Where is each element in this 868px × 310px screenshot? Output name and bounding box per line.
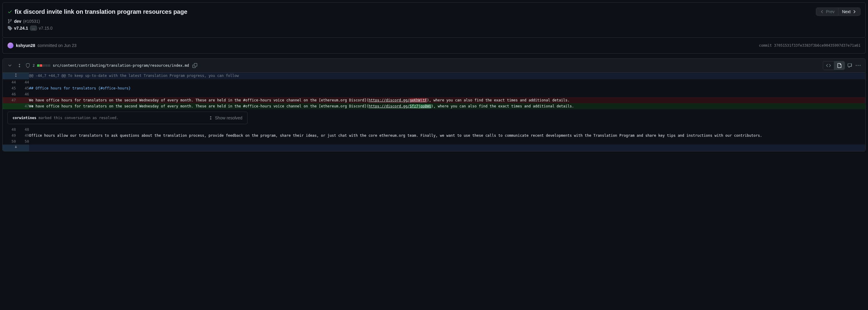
author-name[interactable]: kshyun28	[16, 43, 35, 48]
tag-icon	[7, 26, 12, 31]
resolved-user[interactable]: corwintines	[12, 116, 36, 120]
resolved-text: marked this conversation as resolved.	[36, 116, 119, 120]
expand-row[interactable]	[3, 145, 865, 151]
avatar[interactable]	[7, 42, 13, 49]
source-view-button[interactable]	[823, 61, 834, 70]
tag-ellipsis-button[interactable]: …	[30, 25, 37, 31]
collapse-file-button[interactable]	[6, 62, 13, 69]
hunk-header: @@ -44,7 +44,7 @@ To keep up-to-date wit…	[3, 73, 865, 79]
view-toggle	[823, 61, 845, 70]
diff-line[interactable]: 47-We have office hours for translators …	[3, 97, 865, 103]
diff-stat	[37, 64, 50, 67]
page-title: fix discord invite link on translation p…	[15, 8, 187, 15]
tag-end[interactable]: v7.15.0	[39, 26, 53, 31]
prev-button: Prev	[816, 8, 838, 16]
tag-start[interactable]: v7.24.1	[14, 26, 28, 31]
diff-line[interactable]: 5050	[3, 138, 865, 145]
shield-icon	[26, 63, 30, 68]
kebab-menu-button[interactable]	[855, 62, 862, 69]
diff-table: @@ -44,7 +44,7 @@ To keep up-to-date wit…	[3, 73, 865, 151]
copy-path-button[interactable]	[191, 62, 198, 69]
diff-line[interactable]: 4444	[3, 79, 865, 85]
diff-line[interactable]: 4949 Office hours allow our translators …	[3, 132, 865, 138]
nav-buttons: Prev Next	[816, 7, 861, 16]
rendered-view-button[interactable]	[834, 61, 845, 70]
commit-sha[interactable]: 37051531f33fe3383f3b6ce90435997d37e71a61	[774, 43, 861, 48]
diff-line[interactable]: 4848	[3, 127, 865, 132]
pr-number[interactable]: (#10531)	[23, 19, 40, 24]
commit-action: committed on Jun 23	[38, 43, 76, 48]
resolved-box: corwintines marked this conversation as …	[7, 112, 248, 124]
check-icon	[7, 9, 12, 14]
diff-line[interactable]: 47+We have office hours for translators …	[3, 103, 865, 109]
file-path[interactable]: src/content/contributing/translation-pro…	[53, 63, 189, 68]
expand-icon[interactable]	[16, 62, 23, 69]
comment-button[interactable]	[846, 62, 853, 69]
branch-name[interactable]: dev	[14, 19, 21, 24]
diff-line[interactable]: 4646	[3, 91, 865, 97]
change-count: 2	[33, 63, 35, 68]
next-button[interactable]: Next	[838, 8, 860, 16]
git-branch-icon	[7, 19, 12, 24]
diff-line[interactable]: 4545 ## Office hours for translators {#o…	[3, 85, 865, 91]
show-resolved-button[interactable]: Show resolved	[208, 116, 243, 120]
commit-sha-label: commit	[759, 43, 772, 48]
